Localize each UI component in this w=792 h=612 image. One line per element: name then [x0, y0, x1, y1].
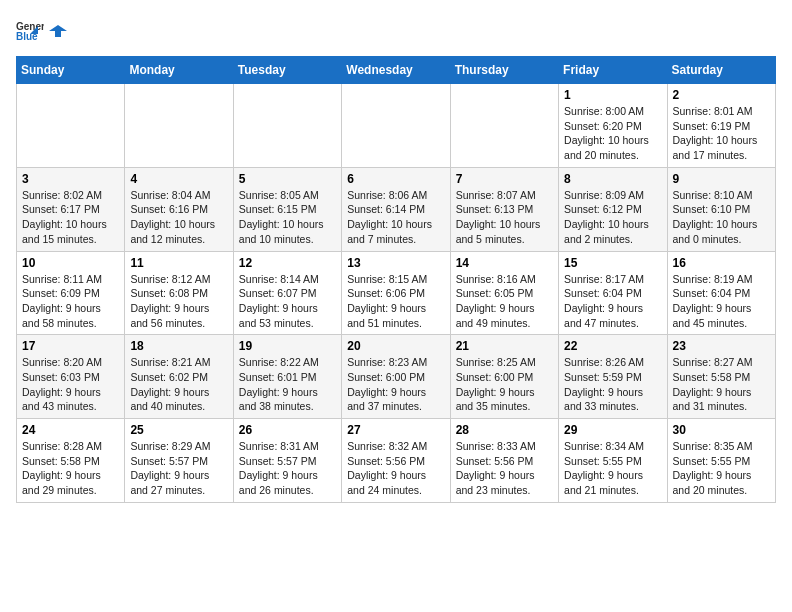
calendar-cell: 17Sunrise: 8:20 AM Sunset: 6:03 PM Dayli… [17, 335, 125, 419]
calendar-cell: 25Sunrise: 8:29 AM Sunset: 5:57 PM Dayli… [125, 419, 233, 503]
calendar-week-row: 1Sunrise: 8:00 AM Sunset: 6:20 PM Daylig… [17, 84, 776, 168]
calendar-header-row: SundayMondayTuesdayWednesdayThursdayFrid… [17, 57, 776, 84]
day-number: 28 [456, 423, 553, 437]
calendar-cell: 15Sunrise: 8:17 AM Sunset: 6:04 PM Dayli… [559, 251, 667, 335]
day-info: Sunrise: 8:01 AM Sunset: 6:19 PM Dayligh… [673, 104, 770, 163]
day-info: Sunrise: 8:34 AM Sunset: 5:55 PM Dayligh… [564, 439, 661, 498]
calendar-cell: 21Sunrise: 8:25 AM Sunset: 6:00 PM Dayli… [450, 335, 558, 419]
day-number: 18 [130, 339, 227, 353]
calendar-cell [450, 84, 558, 168]
calendar-cell: 5Sunrise: 8:05 AM Sunset: 6:15 PM Daylig… [233, 167, 341, 251]
day-info: Sunrise: 8:00 AM Sunset: 6:20 PM Dayligh… [564, 104, 661, 163]
day-number: 30 [673, 423, 770, 437]
weekday-header: Tuesday [233, 57, 341, 84]
day-number: 11 [130, 256, 227, 270]
day-info: Sunrise: 8:02 AM Sunset: 6:17 PM Dayligh… [22, 188, 119, 247]
calendar-table: SundayMondayTuesdayWednesdayThursdayFrid… [16, 56, 776, 503]
day-info: Sunrise: 8:09 AM Sunset: 6:12 PM Dayligh… [564, 188, 661, 247]
calendar-cell: 20Sunrise: 8:23 AM Sunset: 6:00 PM Dayli… [342, 335, 450, 419]
weekday-header: Monday [125, 57, 233, 84]
day-number: 5 [239, 172, 336, 186]
calendar-cell [233, 84, 341, 168]
calendar-week-row: 24Sunrise: 8:28 AM Sunset: 5:58 PM Dayli… [17, 419, 776, 503]
calendar-cell: 14Sunrise: 8:16 AM Sunset: 6:05 PM Dayli… [450, 251, 558, 335]
day-info: Sunrise: 8:33 AM Sunset: 5:56 PM Dayligh… [456, 439, 553, 498]
day-number: 15 [564, 256, 661, 270]
calendar-cell: 19Sunrise: 8:22 AM Sunset: 6:01 PM Dayli… [233, 335, 341, 419]
calendar-cell: 7Sunrise: 8:07 AM Sunset: 6:13 PM Daylig… [450, 167, 558, 251]
day-info: Sunrise: 8:21 AM Sunset: 6:02 PM Dayligh… [130, 355, 227, 414]
logo: General Blue [16, 16, 68, 44]
day-number: 1 [564, 88, 661, 102]
calendar-cell: 1Sunrise: 8:00 AM Sunset: 6:20 PM Daylig… [559, 84, 667, 168]
day-info: Sunrise: 8:31 AM Sunset: 5:57 PM Dayligh… [239, 439, 336, 498]
day-number: 6 [347, 172, 444, 186]
page-header: General Blue [16, 16, 776, 44]
day-number: 21 [456, 339, 553, 353]
day-number: 24 [22, 423, 119, 437]
calendar-cell [125, 84, 233, 168]
calendar-cell: 2Sunrise: 8:01 AM Sunset: 6:19 PM Daylig… [667, 84, 775, 168]
day-number: 25 [130, 423, 227, 437]
day-number: 7 [456, 172, 553, 186]
weekday-header: Sunday [17, 57, 125, 84]
day-info: Sunrise: 8:07 AM Sunset: 6:13 PM Dayligh… [456, 188, 553, 247]
calendar-cell: 11Sunrise: 8:12 AM Sunset: 6:08 PM Dayli… [125, 251, 233, 335]
calendar-cell: 26Sunrise: 8:31 AM Sunset: 5:57 PM Dayli… [233, 419, 341, 503]
calendar-cell: 16Sunrise: 8:19 AM Sunset: 6:04 PM Dayli… [667, 251, 775, 335]
calendar-cell: 29Sunrise: 8:34 AM Sunset: 5:55 PM Dayli… [559, 419, 667, 503]
day-number: 22 [564, 339, 661, 353]
calendar-cell [342, 84, 450, 168]
day-info: Sunrise: 8:15 AM Sunset: 6:06 PM Dayligh… [347, 272, 444, 331]
day-info: Sunrise: 8:10 AM Sunset: 6:10 PM Dayligh… [673, 188, 770, 247]
day-info: Sunrise: 8:06 AM Sunset: 6:14 PM Dayligh… [347, 188, 444, 247]
calendar-week-row: 10Sunrise: 8:11 AM Sunset: 6:09 PM Dayli… [17, 251, 776, 335]
day-info: Sunrise: 8:14 AM Sunset: 6:07 PM Dayligh… [239, 272, 336, 331]
day-number: 9 [673, 172, 770, 186]
day-number: 17 [22, 339, 119, 353]
day-info: Sunrise: 8:35 AM Sunset: 5:55 PM Dayligh… [673, 439, 770, 498]
day-info: Sunrise: 8:20 AM Sunset: 6:03 PM Dayligh… [22, 355, 119, 414]
calendar-cell: 12Sunrise: 8:14 AM Sunset: 6:07 PM Dayli… [233, 251, 341, 335]
logo-icon: General Blue [16, 16, 44, 44]
day-number: 4 [130, 172, 227, 186]
day-info: Sunrise: 8:19 AM Sunset: 6:04 PM Dayligh… [673, 272, 770, 331]
logo-bird-icon [49, 23, 67, 39]
day-info: Sunrise: 8:11 AM Sunset: 6:09 PM Dayligh… [22, 272, 119, 331]
day-info: Sunrise: 8:22 AM Sunset: 6:01 PM Dayligh… [239, 355, 336, 414]
day-number: 12 [239, 256, 336, 270]
day-number: 8 [564, 172, 661, 186]
weekday-header: Wednesday [342, 57, 450, 84]
day-number: 26 [239, 423, 336, 437]
calendar-cell: 8Sunrise: 8:09 AM Sunset: 6:12 PM Daylig… [559, 167, 667, 251]
day-number: 19 [239, 339, 336, 353]
day-number: 16 [673, 256, 770, 270]
day-info: Sunrise: 8:28 AM Sunset: 5:58 PM Dayligh… [22, 439, 119, 498]
calendar-cell: 24Sunrise: 8:28 AM Sunset: 5:58 PM Dayli… [17, 419, 125, 503]
day-info: Sunrise: 8:32 AM Sunset: 5:56 PM Dayligh… [347, 439, 444, 498]
day-number: 13 [347, 256, 444, 270]
day-number: 2 [673, 88, 770, 102]
calendar-cell: 6Sunrise: 8:06 AM Sunset: 6:14 PM Daylig… [342, 167, 450, 251]
day-info: Sunrise: 8:12 AM Sunset: 6:08 PM Dayligh… [130, 272, 227, 331]
day-info: Sunrise: 8:04 AM Sunset: 6:16 PM Dayligh… [130, 188, 227, 247]
calendar-cell: 27Sunrise: 8:32 AM Sunset: 5:56 PM Dayli… [342, 419, 450, 503]
calendar-week-row: 3Sunrise: 8:02 AM Sunset: 6:17 PM Daylig… [17, 167, 776, 251]
calendar-week-row: 17Sunrise: 8:20 AM Sunset: 6:03 PM Dayli… [17, 335, 776, 419]
svg-text:Blue: Blue [16, 31, 38, 42]
calendar-cell [17, 84, 125, 168]
svg-marker-3 [49, 25, 67, 37]
calendar-cell: 23Sunrise: 8:27 AM Sunset: 5:58 PM Dayli… [667, 335, 775, 419]
day-number: 14 [456, 256, 553, 270]
day-info: Sunrise: 8:29 AM Sunset: 5:57 PM Dayligh… [130, 439, 227, 498]
day-info: Sunrise: 8:26 AM Sunset: 5:59 PM Dayligh… [564, 355, 661, 414]
day-info: Sunrise: 8:27 AM Sunset: 5:58 PM Dayligh… [673, 355, 770, 414]
day-info: Sunrise: 8:17 AM Sunset: 6:04 PM Dayligh… [564, 272, 661, 331]
day-number: 3 [22, 172, 119, 186]
day-number: 27 [347, 423, 444, 437]
day-info: Sunrise: 8:16 AM Sunset: 6:05 PM Dayligh… [456, 272, 553, 331]
weekday-header: Thursday [450, 57, 558, 84]
calendar-cell: 3Sunrise: 8:02 AM Sunset: 6:17 PM Daylig… [17, 167, 125, 251]
calendar-cell: 10Sunrise: 8:11 AM Sunset: 6:09 PM Dayli… [17, 251, 125, 335]
day-number: 10 [22, 256, 119, 270]
